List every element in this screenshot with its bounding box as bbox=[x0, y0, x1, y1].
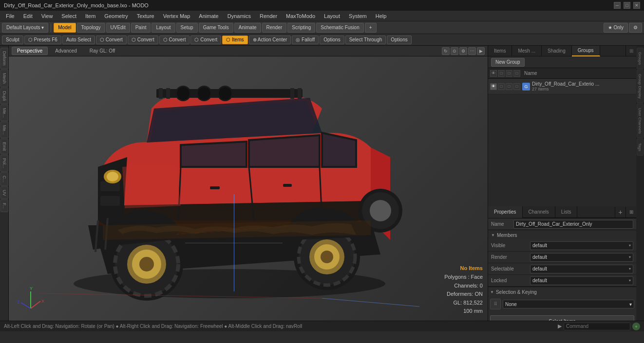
new-group-button[interactable]: New Group bbox=[491, 58, 525, 67]
vp-rotate-icon[interactable]: ↻ bbox=[442, 47, 450, 55]
menu-help[interactable]: Help bbox=[372, 12, 391, 20]
menu-geometry[interactable]: Geometry bbox=[100, 12, 132, 20]
render-col-icon[interactable]: □ bbox=[506, 70, 512, 77]
tab-layout[interactable]: Layout bbox=[152, 23, 175, 33]
keying-dropdown[interactable]: None ▾ bbox=[503, 300, 634, 308]
row-icon-4[interactable]: □ bbox=[513, 83, 520, 90]
sidebar-tab-c[interactable]: C... bbox=[0, 172, 8, 186]
gear-button[interactable]: ⚙ bbox=[629, 23, 642, 33]
tab-render[interactable]: Render bbox=[262, 23, 287, 33]
star-only-button[interactable]: ★ Only bbox=[604, 23, 628, 33]
name-input-field[interactable] bbox=[513, 220, 633, 229]
panel-expand-button[interactable]: ⊞ bbox=[625, 46, 636, 56]
vp-more-icon[interactable]: ⋯ bbox=[468, 47, 476, 55]
viewport-canvas[interactable]: No Items Polygons : Face Channels: 0 Def… bbox=[9, 56, 488, 321]
tab-paint[interactable]: Paint bbox=[131, 23, 151, 33]
panel-tab-groups[interactable]: Groups bbox=[572, 46, 600, 56]
sidebar-tab-emitt[interactable]: Emit bbox=[0, 139, 8, 154]
convert-button-3[interactable]: ⬡ Convert bbox=[159, 36, 190, 44]
convert-button-4[interactable]: ⬡ Convert bbox=[190, 36, 221, 44]
menu-texture[interactable]: Texture bbox=[133, 12, 158, 20]
maximize-button[interactable]: □ bbox=[624, 2, 630, 9]
menu-vertex-map[interactable]: Vertex Map bbox=[159, 12, 194, 20]
locked-dropdown[interactable]: default ▾ bbox=[530, 276, 633, 285]
panel-tab-items[interactable]: Items bbox=[488, 46, 512, 56]
groups-list-area[interactable] bbox=[488, 94, 636, 206]
tab-model[interactable]: Model bbox=[54, 23, 76, 33]
vp-settings-icon[interactable]: ⚙ bbox=[459, 47, 467, 55]
tab-uvedit[interactable]: UVEdit bbox=[106, 23, 130, 33]
vtab-group-display[interactable]: Group Display bbox=[637, 70, 644, 103]
tab-topology[interactable]: Topology bbox=[77, 23, 105, 33]
vtab-tags[interactable]: Tags bbox=[637, 139, 644, 156]
select-items-button[interactable]: Select Items bbox=[490, 315, 634, 321]
tab-setup[interactable]: Setup bbox=[176, 23, 198, 33]
vtab-user-channels[interactable]: User Channels bbox=[637, 104, 644, 138]
menu-select[interactable]: Select bbox=[57, 12, 80, 20]
layout-dropdown[interactable]: Default Layouts ▾ bbox=[2, 23, 48, 33]
command-input[interactable] bbox=[564, 323, 630, 330]
vp-tab-perspective[interactable]: Perspective bbox=[12, 47, 48, 55]
items-button[interactable]: ⬡ Items bbox=[222, 36, 247, 44]
sidebar-tab-uv[interactable]: UV bbox=[0, 186, 8, 199]
row-icon-3[interactable]: □ bbox=[506, 83, 512, 90]
visibility-col-icon[interactable]: 👁 bbox=[490, 70, 497, 77]
presets-button[interactable]: ⬡ Presets F6 bbox=[24, 36, 61, 44]
props-tab-channels[interactable]: Channels bbox=[523, 206, 555, 218]
convert-button-1[interactable]: ⬡ Convert bbox=[96, 36, 127, 44]
vp-view-icon[interactable]: ⊙ bbox=[451, 47, 458, 55]
props-expand-button[interactable]: ⊞ bbox=[625, 207, 636, 217]
props-tab-lists[interactable]: Lists bbox=[555, 206, 578, 218]
vp-tab-ray-off[interactable]: Ray GL: Off bbox=[84, 47, 121, 55]
vtab-groups[interactable]: Groups bbox=[637, 48, 644, 69]
auto-select-button[interactable]: Auto Select bbox=[62, 36, 95, 44]
vp-play-icon[interactable]: ▶ bbox=[477, 47, 485, 55]
item-row[interactable]: 👁 □ □ □ G Dirty_Off_Road_Car_Exterio ...… bbox=[488, 79, 636, 94]
menu-view[interactable]: View bbox=[38, 12, 57, 20]
vp-tab-advanced[interactable]: Advanced bbox=[50, 47, 82, 55]
menu-animate[interactable]: Animate bbox=[195, 12, 222, 20]
convert-button-2[interactable]: ⬡ Convert bbox=[128, 36, 158, 44]
sidebar-tab-me2[interactable]: Me... bbox=[0, 122, 8, 138]
render-dropdown[interactable]: default ▾ bbox=[530, 253, 633, 262]
sculpt-button[interactable]: Sculpt bbox=[2, 36, 23, 44]
row-visibility-icon[interactable]: 👁 bbox=[490, 83, 497, 90]
selectable-dropdown[interactable]: default ▾ bbox=[530, 265, 633, 273]
action-center-button[interactable]: ⊕ Action Center bbox=[249, 36, 291, 44]
row-icon-2[interactable]: □ bbox=[498, 83, 505, 90]
add-tab-button[interactable]: + bbox=[365, 23, 377, 33]
close-button[interactable]: ✕ bbox=[633, 2, 640, 9]
tab-game-tools[interactable]: Game Tools bbox=[199, 23, 233, 33]
sidebar-tab-pol[interactable]: Pol... bbox=[0, 155, 8, 172]
panel-tab-shading[interactable]: Shading bbox=[542, 46, 572, 56]
options-button-2[interactable]: Options bbox=[387, 36, 411, 44]
tab-schematic-fusion[interactable]: Schematic Fusion bbox=[316, 23, 363, 33]
sidebar-tab-f[interactable]: F... bbox=[0, 199, 8, 212]
props-add-button[interactable]: + bbox=[615, 207, 625, 217]
menu-dynamics[interactable]: Dynamics bbox=[224, 12, 255, 20]
sidebar-tab-deform[interactable]: Deform bbox=[0, 48, 8, 69]
options-button-1[interactable]: Options bbox=[320, 36, 344, 44]
link-col-icon[interactable]: □ bbox=[513, 70, 520, 77]
panel-tab-mesh[interactable]: Mesh ... bbox=[512, 46, 542, 56]
menu-file[interactable]: File bbox=[2, 12, 19, 20]
lock-col-icon[interactable]: □ bbox=[498, 70, 505, 77]
sidebar-tab-dupli[interactable]: Dupli bbox=[0, 88, 8, 105]
menu-system[interactable]: System bbox=[345, 12, 371, 20]
menu-edit[interactable]: Edit bbox=[19, 12, 37, 20]
tab-animate[interactable]: Animate bbox=[234, 23, 261, 33]
visible-dropdown[interactable]: default ▾ bbox=[530, 241, 633, 250]
tab-scripting[interactable]: Scripting bbox=[287, 23, 315, 33]
sidebar-tab-me1[interactable]: Me... bbox=[0, 105, 8, 121]
minimize-button[interactable]: ─ bbox=[614, 2, 621, 9]
select-through-button[interactable]: Select Through bbox=[345, 36, 386, 44]
menu-render[interactable]: Render bbox=[256, 12, 281, 20]
falloff-button[interactable]: ◎ Falloff bbox=[292, 36, 319, 44]
sidebar-tab-mesh[interactable]: Mesh bbox=[0, 70, 8, 87]
menu-layout[interactable]: Layout bbox=[320, 12, 344, 20]
menu-item[interactable]: Item bbox=[81, 12, 99, 20]
sel-keying-header[interactable]: ▼ Selection & Keying bbox=[488, 287, 636, 297]
members-section-header[interactable]: ▼ Members bbox=[488, 230, 636, 240]
menu-maxtomodo[interactable]: MaxToModo bbox=[282, 12, 319, 20]
props-tab-properties[interactable]: Properties bbox=[488, 206, 523, 218]
